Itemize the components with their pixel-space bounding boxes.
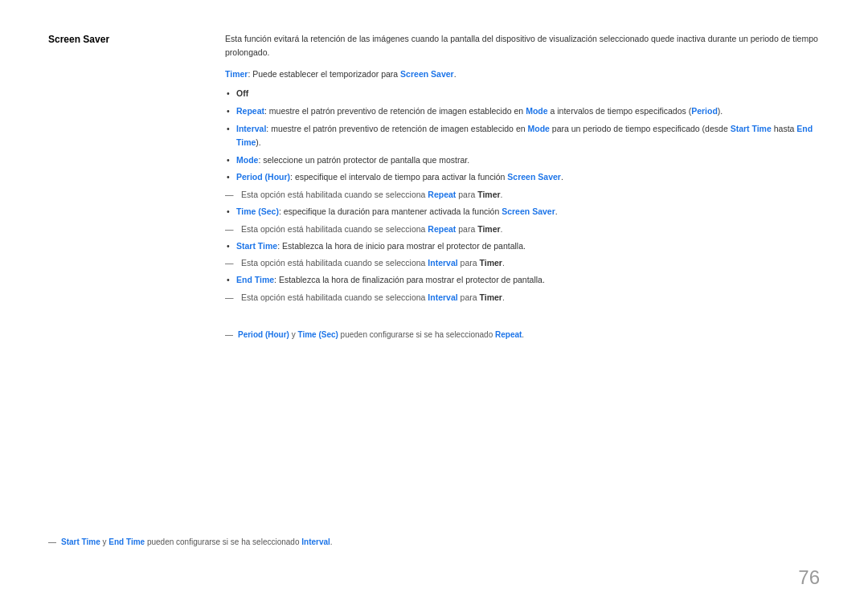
sub-note-text: para bbox=[458, 292, 480, 302]
bullet-text: : Establezca la hora de finalización par… bbox=[274, 275, 545, 284]
sub-note-text: Esta opción está habilitada cuando se se… bbox=[241, 292, 428, 302]
bullet-bold: Interval bbox=[236, 124, 266, 133]
sub-note-text: . bbox=[502, 258, 505, 268]
sub-note-text: para bbox=[456, 190, 477, 199]
bullet-text: ). bbox=[256, 137, 260, 147]
bullet-text: hasta bbox=[772, 124, 797, 133]
footnote-bold: Period (Hour) bbox=[238, 330, 289, 339]
footnote-text: y bbox=[289, 330, 298, 339]
sub-note-bold: Timer bbox=[480, 258, 502, 268]
bullet-list-2: Time (Sec): especifique la duración para… bbox=[225, 205, 820, 219]
bullet-bold: Start Time bbox=[731, 124, 772, 133]
sub-note-text: . bbox=[502, 292, 505, 302]
bullet-bold: Start Time bbox=[236, 241, 277, 251]
sub-note-text: Esta opción está habilitada cuando se se… bbox=[241, 224, 428, 234]
content-wrapper: Screen Saver Esta función evitará la ret… bbox=[48, 32, 820, 341]
sub-note-bold: Interval bbox=[428, 292, 457, 302]
list-item: Off bbox=[225, 87, 820, 100]
bullet-text: ). bbox=[718, 106, 723, 116]
bullet-text: para un periodo de tiempo especificado (… bbox=[550, 124, 731, 133]
bullet-list-4: End Time: Establezca la hora de finaliza… bbox=[225, 273, 820, 287]
bullet-bold: Repeat bbox=[236, 106, 264, 116]
footnote-text: y bbox=[100, 537, 109, 546]
right-column: Esta función evitará la retención de las… bbox=[225, 32, 820, 341]
bullet-list: Off Repeat: muestre el patrón preventivo… bbox=[225, 87, 820, 184]
sub-note-text: . bbox=[501, 190, 503, 199]
section-title: Screen Saver bbox=[48, 34, 193, 45]
sub-note-4: Esta opción está habilitada cuando se se… bbox=[225, 291, 820, 304]
sub-note-text: . bbox=[501, 224, 503, 234]
timer-label: Timer bbox=[225, 69, 248, 79]
bullet-bold: Time (Sec) bbox=[236, 206, 279, 216]
bullet-text: : especifique el intervalo de tiempo par… bbox=[290, 172, 507, 182]
sub-note-bold: Timer bbox=[477, 224, 500, 234]
sub-note-text: Esta opción está habilitada cuando se se… bbox=[241, 258, 428, 268]
sub-note-bold: Interval bbox=[428, 258, 457, 268]
footnote-bold: End Time bbox=[108, 537, 145, 546]
list-item: Period (Hour): especifique el intervalo … bbox=[225, 170, 820, 184]
timer-link: Screen Saver bbox=[400, 69, 454, 79]
footnote-bold: Repeat bbox=[495, 330, 522, 339]
list-item: Mode: seleccione un patrón protector de … bbox=[225, 153, 820, 167]
sub-note-bold: Repeat bbox=[428, 224, 456, 234]
list-item: Start Time: Establezca la hora de inicio… bbox=[225, 239, 820, 253]
sub-note-2: Esta opción está habilitada cuando se se… bbox=[225, 223, 820, 236]
footnote-bold: Start Time bbox=[61, 537, 100, 546]
sub-note-text: Esta opción está habilitada cuando se se… bbox=[241, 190, 428, 199]
bullet-bold: Period bbox=[691, 106, 718, 116]
footnote-section-1: Period (Hour) y Time (Sec) pueden config… bbox=[225, 329, 820, 341]
footnote-bold: Time (Sec) bbox=[297, 330, 338, 339]
bullet-text: : muestre el patrón preventivo de retenc… bbox=[264, 106, 526, 116]
bullet-text: : muestre el patrón preventivo de retenc… bbox=[266, 124, 527, 133]
sub-note-3: Esta opción está habilitada cuando se se… bbox=[225, 256, 820, 270]
bullet-list-3: Start Time: Establezca la hora de inicio… bbox=[225, 239, 820, 253]
sub-note-text: para bbox=[456, 224, 477, 234]
bullet-bold: Off bbox=[236, 88, 248, 98]
intro-text: Esta función evitará la retención de las… bbox=[225, 32, 820, 59]
bottom-footnote-2: Start Time y End Time pueden configurars… bbox=[48, 536, 333, 549]
footnote-text: pueden configurarse si se ha seleccionad… bbox=[338, 330, 495, 339]
sub-note-bold: Repeat bbox=[428, 190, 456, 199]
list-item: Time (Sec): especifique la duración para… bbox=[225, 205, 820, 219]
footnote-text: pueden configurarse si se ha seleccionad… bbox=[145, 537, 301, 546]
footnote-bold: Interval bbox=[301, 537, 330, 546]
sub-note-bold: Timer bbox=[480, 292, 502, 302]
bullet-text: : especifique la duración para mantener … bbox=[279, 206, 502, 216]
footnote-text: . bbox=[330, 537, 333, 546]
bottom-footnote-section: Start Time y End Time pueden configurars… bbox=[48, 536, 333, 549]
timer-line: Timer: Puede establecer el temporizador … bbox=[225, 67, 820, 81]
bullet-bold: Screen Saver bbox=[507, 172, 561, 182]
bullet-bold: Period (Hour) bbox=[236, 172, 290, 182]
footnote-1: Period (Hour) y Time (Sec) pueden config… bbox=[225, 329, 820, 341]
bullet-bold: Mode bbox=[527, 124, 549, 133]
bullet-text: . bbox=[561, 172, 563, 182]
sub-note: Esta opción está habilitada cuando se se… bbox=[225, 188, 820, 202]
sub-note-bold: Timer bbox=[477, 190, 500, 199]
list-item: Interval: muestre el patrón preventivo d… bbox=[225, 122, 820, 149]
list-item: End Time: Establezca la hora de finaliza… bbox=[225, 273, 820, 287]
bullet-bold: Screen Saver bbox=[502, 206, 555, 216]
sub-note-text: para bbox=[458, 258, 480, 268]
footnote-text: . bbox=[522, 330, 524, 339]
timer-text: : Puede establecer el temporizador para bbox=[248, 69, 400, 79]
bullet-text: . bbox=[555, 206, 558, 216]
bullet-text: : seleccione un patrón protector de pant… bbox=[258, 155, 469, 165]
bullet-text: a intervalos de tiempo especificados ( bbox=[548, 106, 692, 116]
page-number: 76 bbox=[798, 566, 820, 589]
bullet-bold: End Time bbox=[236, 275, 274, 284]
bullet-text: : Establezca la hora de inicio para most… bbox=[277, 241, 526, 251]
page-container: Screen Saver Esta función evitará la ret… bbox=[0, 0, 868, 613]
left-column: Screen Saver bbox=[48, 32, 193, 341]
list-item: Repeat: muestre el patrón preventivo de … bbox=[225, 104, 820, 118]
bullet-bold: Mode bbox=[236, 155, 258, 165]
bullet-bold: Mode bbox=[526, 106, 547, 116]
